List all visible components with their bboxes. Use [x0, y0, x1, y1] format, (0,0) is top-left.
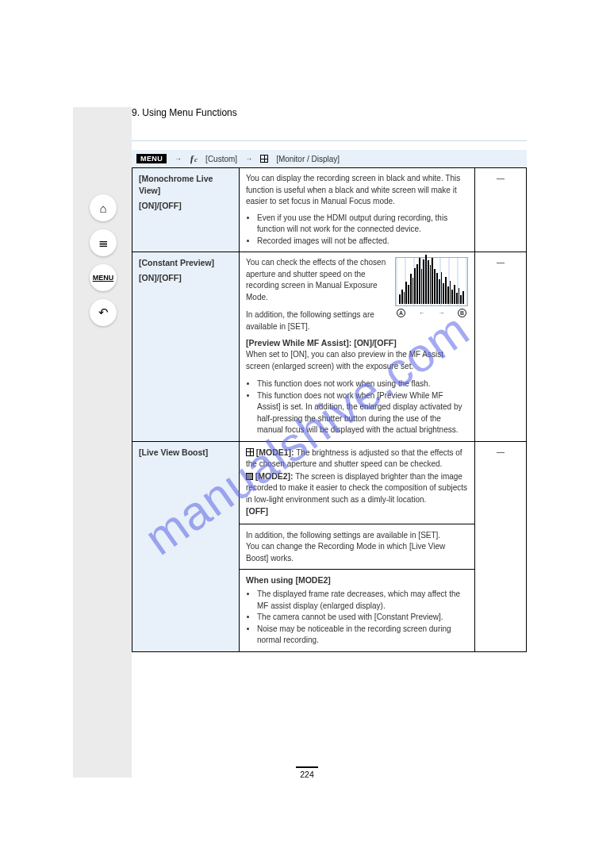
display-tab-icon: [260, 155, 268, 163]
display-tab-icon: [246, 448, 254, 456]
setting-link: —: [475, 441, 527, 651]
mode-icon: [246, 473, 253, 480]
breadcrumb: MENU → ƒc [Custom] → [Monitor / Display]: [132, 150, 527, 167]
text: You can change the Recording Mode in whi…: [246, 541, 468, 564]
setting-title: [Monochrome Live View]: [139, 173, 232, 197]
opt-label: [MODE1]:: [256, 447, 294, 457]
opt-label: [MODE2]:: [255, 471, 294, 481]
home-icon[interactable]: ⌂: [90, 194, 117, 221]
text: In addition, the following settings are …: [246, 530, 468, 542]
text: When set to [ON], you can also preview i…: [246, 349, 468, 372]
sub-heading: When using [MODE2]: [246, 574, 468, 586]
arrow-icon: →: [438, 309, 444, 318]
bullet: Even if you use the HDMI output during r…: [257, 213, 468, 236]
setting-link: —: [475, 252, 527, 442]
menu-icon[interactable]: MENU: [90, 264, 117, 291]
opt-label: [OFF]: [246, 506, 268, 516]
setting-desc: You can display the recording screen in …: [240, 168, 475, 252]
label-b-icon: B: [458, 309, 466, 317]
list-icon[interactable]: ≣: [90, 229, 117, 256]
bullet: The displayed frame rate decreases, whic…: [257, 589, 468, 612]
bullet: The camera cannot be used with [Constant…: [257, 612, 468, 624]
custom-icon: ƒc: [190, 153, 198, 165]
setting-cell-liveview-boost: [Live View Boost]: [132, 441, 240, 651]
menu-tag: MENU: [136, 154, 167, 163]
histogram-graph: [395, 257, 468, 306]
setting-desc: A ← → B You can check the effects of the…: [240, 252, 475, 442]
setting-options: [ON]/[OFF]: [139, 272, 232, 284]
side-nav: ⌂ ≣ MENU ↶: [87, 194, 119, 326]
setting-link: —: [475, 168, 527, 252]
sub-option: [Preview While MF Assist]: [ON]/[OFF]: [246, 337, 468, 349]
setting-title: [Constant Preview]: [139, 257, 232, 269]
setting-cell-constant-preview: [Constant Preview] [ON]/[OFF]: [132, 252, 240, 442]
text: You can display the recording screen in …: [246, 173, 468, 208]
page-footer: 224: [0, 766, 614, 779]
crumb-custom: [Custom]: [205, 155, 237, 163]
page-content: 9. Using Menu Functions MENU → ƒc [Custo…: [132, 107, 527, 778]
bullet: This function does not work when [Previe…: [257, 390, 468, 436]
crumb-tab: [Monitor / Display]: [276, 155, 340, 163]
setting-title: [Live View Boost]: [139, 447, 232, 459]
setting-desc: When using [MODE2] The displayed frame r…: [240, 570, 475, 652]
arrow-icon: →: [175, 155, 182, 163]
histogram-figure: A ← → B: [395, 257, 468, 318]
section-heading: 9. Using Menu Functions: [132, 107, 527, 118]
setting-options: [ON]/[OFF]: [139, 200, 232, 212]
inner-divider: [240, 524, 474, 524]
arrow-icon: →: [245, 155, 252, 163]
label-a-icon: A: [397, 309, 405, 317]
divider: [132, 140, 527, 142]
back-icon[interactable]: ↶: [90, 299, 117, 326]
bullet: Recorded images will not be affected.: [257, 236, 468, 248]
bullet: Noise may be noticeable in the recording…: [257, 624, 468, 647]
setting-cell-monochrome: [Monochrome Live View] [ON]/[OFF]: [132, 168, 240, 252]
setting-desc: [MODE1]: The brightness is adjusted so t…: [240, 441, 475, 570]
bullet: This function does not work when using t…: [257, 378, 468, 390]
page-number: 224: [296, 766, 318, 779]
settings-table: [Monochrome Live View] [ON]/[OFF] You ca…: [132, 167, 527, 652]
arrow-icon: ←: [419, 309, 425, 318]
